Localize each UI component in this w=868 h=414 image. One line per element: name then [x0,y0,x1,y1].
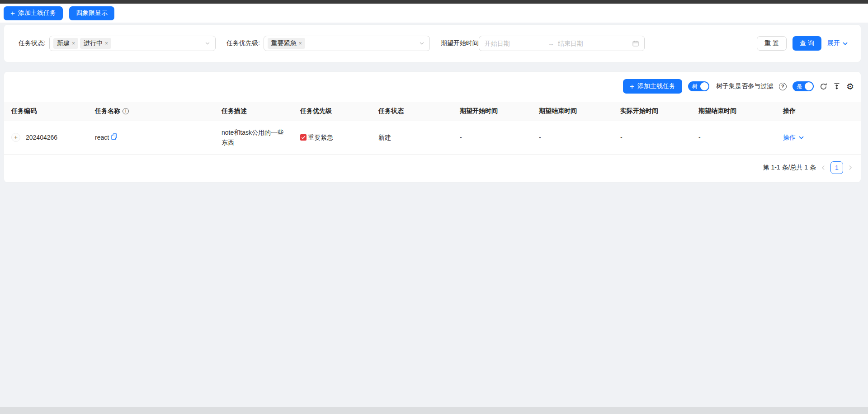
expand-filters-label: 展开 [827,39,840,47]
col-expected-end: 期望结束时间 [532,102,613,121]
cell-actual-start: - [613,121,691,155]
pagination-summary: 第 1-1 条/总共 1 条 [763,164,816,172]
col-task-name: 任务名称 i [88,102,214,121]
query-button[interactable]: 查 询 [793,36,821,51]
expand-filters-link[interactable]: 展开 [827,39,848,47]
page-1-button[interactable]: 1 [830,161,843,174]
col-operations: 操作 [776,102,861,121]
tree-toggle-label: 树 [692,84,698,89]
task-code-value: 202404266 [26,132,57,142]
col-task-priority: 任务优先级 [293,102,371,121]
col-task-name-label: 任务名称 [95,107,120,115]
filter-task-priority: 任务优先级: 重要紧急 × [226,36,430,51]
density-icon[interactable] [833,83,840,90]
task-table: 任务编码 任务名称 i 任务描述 任务优先级 任务状态 期望开始时间 期望结束时… [4,102,861,155]
task-priority-select[interactable]: 重要紧急 × [264,36,430,51]
pagination: 第 1-1 条/总共 1 条 1 [4,155,861,176]
priority-checked-icon [300,134,307,141]
help-icon[interactable]: ? [779,83,787,90]
cell-operations: 操作 [776,121,861,155]
calendar-icon [632,40,639,47]
gear-icon[interactable]: ⚙ [846,82,854,91]
quadrant-view-button[interactable]: 四象限显示 [69,6,114,20]
chevron-down-icon [205,41,210,46]
cell-task-name: react [88,121,214,155]
refresh-icon[interactable] [820,83,827,90]
copy-icon[interactable] [111,133,117,140]
task-status-select[interactable]: 新建 × 进行中 × [49,36,216,51]
tree-mode-toggle[interactable]: 树 [688,81,709,91]
status-tag-new[interactable]: 新建 × [53,38,78,49]
row-action-dropdown[interactable]: 操作 [783,132,854,142]
quadrant-view-label: 四象限显示 [76,9,108,17]
col-task-status: 任务状态 [371,102,453,121]
toggle-knob [805,82,813,90]
task-status-label: 任务状态: [19,39,46,47]
chevron-down-icon [842,41,848,47]
reset-button[interactable]: 重 置 [757,36,787,51]
tag-close-icon[interactable]: × [72,40,75,47]
add-main-task-table-label: 添加主线任务 [637,82,675,90]
col-expected-start: 期望开始时间 [453,102,532,121]
task-priority-label: 任务优先级: [226,39,260,47]
col-task-description: 任务描述 [214,102,293,121]
subtree-filter-toggle[interactable]: 是 [793,81,814,91]
chevron-down-icon [419,41,425,46]
cell-task-status: 新建 [371,121,453,155]
tree-filter-question-label: 树子集是否参与过滤 [716,82,773,90]
arrow-right-icon: → [548,40,554,47]
cell-expected-end: - [532,121,613,155]
col-actual-start: 实际开始时间 [613,102,691,121]
page-action-strip: + 添加主线任务 四象限显示 [0,4,868,23]
plus-icon: + [10,9,15,17]
top-window-bar [0,0,868,4]
row-expand-icon[interactable]: + [11,133,20,142]
add-main-task-button[interactable]: + 添加主线任务 [4,6,63,20]
status-tag-inprogress[interactable]: 进行中 × [80,38,111,49]
chevron-down-icon [798,135,804,141]
table-toolbar: + 添加主线任务 树 树子集是否参与过滤 ? 是 ⚙ [4,79,861,94]
info-icon[interactable]: i [123,108,129,114]
prev-page-icon[interactable] [821,165,826,170]
filter-actions: 重 置 查 询 展开 [757,36,848,51]
priority-tag-urgent[interactable]: 重要紧急 × [268,38,305,49]
date-range-picker[interactable]: → [479,36,645,51]
plus-icon: + [630,83,634,90]
tag-close-icon[interactable]: × [105,40,108,47]
yes-toggle-label: 是 [797,84,802,89]
col-task-code: 任务编码 [4,102,88,121]
status-tag-new-label: 新建 [57,39,70,47]
filter-card: 任务状态: 新建 × 进行中 × 任务优先级: 重要紧急 × [4,24,861,62]
cell-expected-start: - [453,121,532,155]
cell-task-priority: 重要紧急 [293,121,371,155]
table-header-row: 任务编码 任务名称 i 任务描述 任务优先级 任务状态 期望开始时间 期望结束时… [4,102,861,121]
task-name-value: react [95,132,109,142]
priority-tag-urgent-label: 重要紧急 [271,39,297,47]
row-action-label: 操作 [783,132,796,142]
end-date-input[interactable] [558,40,620,47]
filter-task-status: 任务状态: 新建 × 进行中 × [19,36,216,51]
horizontal-scrollbar-track[interactable] [0,407,868,414]
cell-task-description: note和task公用的一些东西 [214,121,293,155]
filter-expected-start-time: 期望开始时间 → [441,36,645,51]
col-expected-end-2: 期望结束时间 [691,102,776,121]
next-page-icon[interactable] [848,165,853,170]
expected-start-time-label: 期望开始时间 [441,39,479,47]
task-priority-value: 重要紧急 [308,132,333,142]
add-main-task-label: 添加主线任务 [18,9,56,17]
cell-task-code: + 202404266 [4,121,88,155]
toggle-knob [700,82,708,90]
table-row: + 202404266 react note和task公用的一些东西 [4,121,861,155]
add-main-task-button-table[interactable]: + 添加主线任务 [623,79,682,94]
start-date-input[interactable] [485,40,547,47]
tag-close-icon[interactable]: × [299,40,302,47]
cell-expected-end-2: - [691,121,776,155]
status-tag-inprogress-label: 进行中 [84,39,103,47]
task-table-card: + 添加主线任务 树 树子集是否参与过滤 ? 是 ⚙ 任务编码 [4,71,861,183]
